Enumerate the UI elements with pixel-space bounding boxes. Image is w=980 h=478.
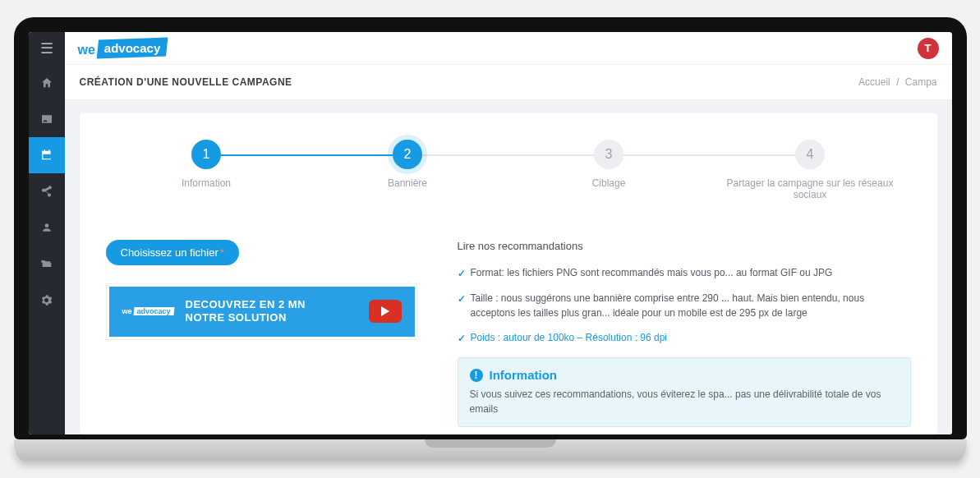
info-box: ! Information Si vous suivez ces recomma… — [458, 357, 911, 427]
breadcrumb-current: Campa — [905, 76, 937, 88]
sidebar-item-home[interactable] — [29, 65, 65, 101]
laptop-mockup: ☰ — [14, 17, 967, 461]
step-information[interactable]: 1 Information — [106, 140, 307, 189]
choose-file-button[interactable]: Choisissez un fichier* — [106, 240, 239, 265]
banner-text: DECOUVREZ EN 2 MN NOTRE SOLUTION — [186, 298, 306, 325]
logo-advocacy: advocacy — [98, 39, 167, 57]
info-body: Si vous suivez ces recommandations, vous… — [470, 387, 899, 416]
avatar[interactable]: T — [918, 38, 939, 59]
share-icon — [40, 185, 53, 198]
recommendation-item: ✓ Taille : nous suggérons une bannière c… — [458, 291, 911, 320]
sidebar-item-media[interactable] — [29, 246, 65, 282]
calendar-icon — [40, 149, 53, 162]
sidebar-item-campaigns[interactable] — [29, 137, 65, 173]
page-title: CRÉATION D'UNE NOUVELLE CAMPAGNE — [80, 76, 292, 88]
person-icon — [41, 222, 53, 233]
gear-icon — [40, 294, 53, 306]
hamburger-menu-icon[interactable]: ☰ — [29, 32, 65, 65]
banner-mini-logo: we advocacy — [122, 307, 174, 315]
recommendation-item: ✓ Poids : autour de 100ko – Résolution :… — [458, 330, 911, 346]
step-ciblage[interactable]: 3 Ciblage — [508, 140, 710, 189]
wizard-steps: 1 Information 2 Bannière 3 Ciblage — [106, 140, 911, 200]
breadcrumb: Accueil / Campa — [858, 76, 936, 88]
sidebar-item-contacts[interactable] — [29, 101, 65, 137]
page-header: CRÉATION D'UNE NOUVELLE CAMPAGNE Accueil… — [65, 65, 952, 100]
logo[interactable]: we advocacy — [78, 39, 168, 57]
recommendation-item: ✓ Format: les fichiers PNG sont recomman… — [458, 265, 911, 281]
recommendations-title: Lire nos recommandations — [458, 240, 911, 252]
step-banniere[interactable]: 2 Bannière — [307, 140, 508, 189]
home-icon — [40, 76, 53, 90]
breadcrumb-home[interactable]: Accueil — [858, 76, 890, 88]
logo-we: we — [78, 43, 95, 57]
sidebar-item-settings[interactable] — [29, 282, 65, 318]
check-icon: ✓ — [458, 266, 466, 281]
left-sidebar: ☰ — [29, 32, 65, 434]
play-icon[interactable] — [369, 300, 402, 323]
banner-preview: we advocacy DECOUVREZ EN 2 MN NOTRE SOLU… — [106, 283, 418, 340]
check-icon: ✓ — [458, 331, 466, 346]
sidebar-item-share[interactable] — [29, 173, 65, 209]
info-icon: ! — [470, 369, 483, 382]
topbar: we advocacy T — [65, 32, 952, 65]
folders-icon — [40, 257, 53, 270]
step-partager[interactable]: 4 Partager la campagne sur les réseaux s… — [710, 140, 911, 200]
info-title: Information — [490, 368, 558, 382]
id-card-icon — [40, 113, 53, 126]
sidebar-item-user[interactable] — [29, 209, 65, 246]
check-icon: ✓ — [458, 292, 466, 320]
